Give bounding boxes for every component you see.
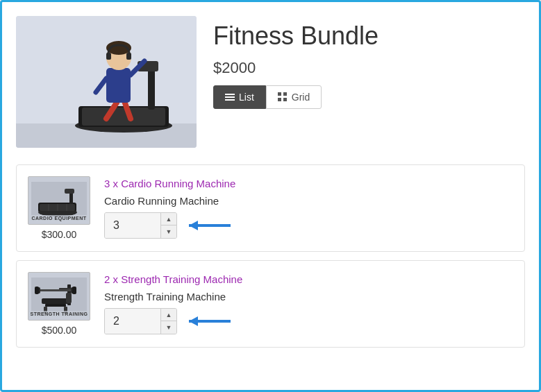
cardio-qty-spinners: ▲ ▼ <box>160 213 176 238</box>
svg-rect-15 <box>126 53 131 60</box>
main-product-image <box>16 16 197 148</box>
item-image-block-strength: STRENGTH TRAINING $500.00 <box>28 272 90 336</box>
grid-icon <box>278 92 288 102</box>
product-price: $2000 <box>213 59 378 77</box>
cardio-qty-up[interactable]: ▲ <box>161 213 176 225</box>
svg-rect-20 <box>65 189 74 194</box>
cardio-name: Cardio Running Machine <box>104 195 513 207</box>
strength-qty-input[interactable] <box>105 309 160 334</box>
bundle-item-cardio: CARDIO EQUIPMENT $300.00 3 x Cardio Runn… <box>16 164 525 252</box>
cardio-qty-down[interactable]: ▼ <box>161 225 176 238</box>
strength-qty-control: ▲ ▼ <box>104 308 513 334</box>
strength-name-header: Strength Training Machine <box>121 273 242 285</box>
svg-rect-34 <box>38 289 73 291</box>
svg-rect-14 <box>106 53 111 60</box>
item-image-block-cardio: CARDIO EQUIPMENT $300.00 <box>28 176 90 240</box>
strength-qty-down[interactable]: ▼ <box>161 321 176 334</box>
svg-rect-38 <box>72 287 76 294</box>
strength-qty-spinners: ▲ ▼ <box>160 309 176 334</box>
cardio-arrow-indicator <box>185 216 241 235</box>
cardio-qty-label: 3 x <box>104 178 121 189</box>
grid-label: Grid <box>292 92 310 103</box>
svg-rect-37 <box>35 287 39 294</box>
cardio-qty-control: ▲ ▼ <box>104 212 513 239</box>
cardio-header: 3 x Cardio Running Machine <box>104 178 513 189</box>
cardio-qty-input[interactable] <box>105 213 160 238</box>
svg-marker-26 <box>189 221 198 230</box>
svg-rect-27 <box>31 278 87 316</box>
product-title: Fitness Bundle <box>213 22 378 51</box>
arrow-svg <box>185 216 241 235</box>
product-info: Fitness Bundle $2000 List <box>213 16 378 148</box>
view-toggle: List Grid <box>213 85 378 109</box>
svg-rect-4 <box>82 108 165 126</box>
strength-details: 2 x Strength Training Machine Strength T… <box>104 273 513 334</box>
cardio-name-header: Cardio Running Machine <box>121 178 235 189</box>
list-icon <box>225 94 235 101</box>
strength-qty-label: 2 x <box>104 273 121 285</box>
bundle-item-strength: STRENGTH TRAINING $500.00 2 x Strength T… <box>16 260 525 348</box>
svg-rect-29 <box>45 304 66 307</box>
arrow-svg <box>185 312 241 331</box>
item-image-cardio: CARDIO EQUIPMENT <box>28 176 90 225</box>
page-container: Fitness Bundle $2000 List <box>0 0 541 392</box>
svg-rect-39 <box>66 293 72 303</box>
cardio-price: $300.00 <box>42 229 77 240</box>
svg-rect-9 <box>106 68 131 103</box>
strength-price: $500.00 <box>42 325 77 336</box>
cardio-image-label: CARDIO EQUIPMENT <box>28 215 90 221</box>
list-label: List <box>239 92 254 103</box>
item-image-strength: STRENGTH TRAINING <box>28 272 90 321</box>
bundle-items-section: CARDIO EQUIPMENT $300.00 3 x Cardio Runn… <box>16 164 525 356</box>
top-section: Fitness Bundle $2000 List <box>16 16 525 148</box>
strength-arrow-indicator <box>185 312 241 331</box>
list-view-button[interactable]: List <box>213 85 266 109</box>
strength-image-label: STRENGTH TRAINING <box>28 311 90 317</box>
cardio-details: 3 x Cardio Running Machine Cardio Runnin… <box>104 178 513 239</box>
strength-header: 2 x Strength Training Machine <box>104 273 513 285</box>
strength-qty-up[interactable]: ▲ <box>161 309 176 321</box>
strength-name: Strength Training Machine <box>104 291 513 302</box>
svg-rect-28 <box>42 298 69 304</box>
cardio-qty-input-wrapper: ▲ ▼ <box>104 212 177 239</box>
strength-qty-input-wrapper: ▲ ▼ <box>104 308 177 334</box>
svg-marker-41 <box>189 316 198 326</box>
grid-view-button[interactable]: Grid <box>266 85 322 109</box>
